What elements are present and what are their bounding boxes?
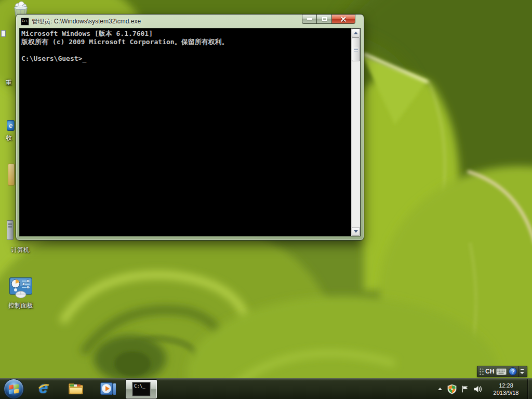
cmd-window-icon: C:\ (21, 18, 29, 25)
keyboard-icon[interactable] (496, 368, 507, 375)
language-indicator[interactable]: CH (485, 368, 494, 375)
clock-time: 12:28 (486, 382, 526, 389)
show-desktop-button[interactable] (527, 379, 532, 399)
start-button[interactable] (4, 379, 24, 399)
flag-icon (460, 384, 470, 394)
language-bar-grip[interactable] (478, 367, 484, 376)
caption-buttons (302, 14, 355, 24)
chevron-down-icon[interactable] (520, 372, 524, 374)
desktop-label-partial-2: 重 (6, 79, 12, 86)
taskbar-media-player-button[interactable] (98, 379, 118, 399)
system-tray: 12:28 2013/9/18 (435, 379, 532, 399)
thumb-grip (354, 48, 358, 48)
desktop-label-computer: 计算机 (0, 246, 41, 254)
language-bar[interactable]: CH ? (477, 366, 527, 377)
cmd-taskbar-icon: C:\_ (132, 382, 151, 396)
console-prompt: C:\Users\Guest> (21, 55, 82, 62)
up-arrow-icon (438, 388, 442, 390)
folder-icon (69, 383, 83, 395)
volume-button[interactable] (472, 383, 484, 395)
console-scrollbar[interactable] (351, 29, 360, 236)
taskbar-clock[interactable]: 12:28 2013/9/18 (486, 382, 526, 396)
shield-icon (447, 384, 457, 394)
thumb-grip (354, 49, 358, 50)
windows-logo-icon (9, 384, 19, 394)
scrollbar-track[interactable] (352, 37, 360, 227)
console-line-blank (21, 46, 350, 55)
speaker-icon (473, 384, 483, 394)
internet-explorer-icon: e (37, 381, 52, 397)
minimize-icon (307, 18, 312, 20)
desktop-label-control-panel: 控制面板 (0, 302, 42, 309)
language-bar-minimize-icon[interactable] (521, 369, 524, 370)
computer-icon-partial[interactable] (7, 220, 14, 240)
cmd-window-title: 管理员: C:\Windows\system32\cmd.exe (32, 17, 141, 26)
action-center-button[interactable] (459, 383, 471, 395)
scrollbar-thumb[interactable] (352, 37, 360, 61)
maximize-button[interactable] (317, 14, 332, 24)
console-line: Microsoft Windows [版本 6.1.7601] (21, 30, 350, 38)
scroll-up-icon (354, 32, 358, 34)
desktop-label-partial-3: 收 (6, 134, 12, 141)
cmd-window: C:\ 管理员: C:\Windows\system32\cmd.exe Mic… (16, 14, 364, 241)
console-output[interactable]: Microsoft Windows [版本 6.1.7601]版权所有 (c) … (20, 29, 351, 236)
tray-security-icon[interactable] (446, 383, 458, 395)
control-panel-icon[interactable] (9, 275, 33, 299)
scrollbar-up-button[interactable] (352, 29, 360, 37)
partially-hidden-icon[interactable] (1, 30, 6, 37)
minimize-button[interactable] (302, 14, 317, 24)
show-hidden-icons-button[interactable] (435, 384, 445, 394)
scrollbar-down-button[interactable] (352, 227, 360, 236)
console-prompt-line: C:\Users\Guest>_ (21, 55, 350, 63)
close-icon (340, 16, 347, 22)
media-player-icon (100, 382, 116, 396)
console-area[interactable]: Microsoft Windows [版本 6.1.7601]版权所有 (c) … (19, 28, 361, 236)
close-button[interactable] (332, 14, 355, 24)
help-icon[interactable]: ? (509, 367, 517, 376)
clock-date: 2013/9/18 (486, 389, 526, 396)
maximize-icon (322, 17, 327, 21)
taskbar-ie-button[interactable]: e (34, 379, 55, 399)
console-cursor: _ (82, 55, 86, 63)
taskbar-cmd-button-active[interactable]: C:\_ (125, 379, 157, 399)
thumb-grip (354, 51, 358, 51)
folder-icon-partial[interactable] (8, 164, 15, 185)
taskbar: e C:\_ (0, 378, 532, 399)
console-line: 版权所有 (c) 2009 Microsoft Corporation。保留所有… (21, 38, 350, 46)
taskbar-explorer-button[interactable] (65, 379, 86, 399)
scroll-down-icon (354, 230, 358, 233)
language-bar-options[interactable] (518, 366, 525, 377)
ie-shortcut-icon-partial[interactable]: e (7, 120, 15, 131)
